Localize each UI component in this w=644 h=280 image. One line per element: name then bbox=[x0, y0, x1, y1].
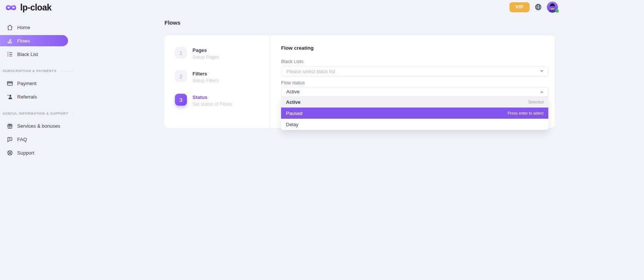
option-active[interactable]: Active Selected bbox=[281, 96, 548, 108]
step-number-badge: 1 bbox=[175, 47, 187, 59]
sidebar-item-services-bonuses[interactable]: Services & bonuses bbox=[0, 120, 78, 131]
brand-name: lp-cloak bbox=[20, 3, 52, 13]
flow-status-value: Active bbox=[286, 89, 299, 94]
black-lists-input[interactable] bbox=[286, 69, 537, 74]
option-label: Delay bbox=[286, 122, 298, 127]
option-hint: Press enter to select bbox=[508, 111, 543, 115]
step-filters[interactable]: 2 Filters Setup Filters bbox=[175, 70, 219, 83]
black-list-icon bbox=[7, 51, 13, 57]
step-title: Filters bbox=[192, 71, 219, 76]
sidebar-item-black-list[interactable]: Black List bbox=[0, 49, 78, 60]
referrals-icon bbox=[7, 94, 13, 100]
sidebar-item-label: Services & bonuses bbox=[17, 123, 60, 129]
sidebar-item-label: Home bbox=[17, 25, 30, 30]
app-window: lp-cloak VIP bbox=[0, 0, 644, 280]
step-subtitle: Setup Filters bbox=[192, 78, 219, 83]
step-title: Status bbox=[192, 95, 232, 100]
step-number-badge: 2 bbox=[175, 70, 187, 82]
sidebar: Home Flows Black List bbox=[0, 22, 78, 161]
online-status-dot bbox=[555, 9, 559, 13]
brand-logo[interactable]: lp-cloak bbox=[5, 3, 52, 13]
option-hint: Selected bbox=[528, 100, 543, 104]
option-label: Paused bbox=[286, 111, 302, 116]
sidebar-item-support[interactable]: Support bbox=[0, 147, 78, 158]
option-delay[interactable]: Delay bbox=[281, 119, 548, 130]
card-divider bbox=[269, 35, 270, 128]
gift-icon bbox=[7, 123, 13, 129]
black-lists-select[interactable] bbox=[281, 66, 548, 77]
sidebar-item-home[interactable]: Home bbox=[0, 22, 78, 33]
svg-text:?!: ?! bbox=[9, 137, 11, 140]
vip-button[interactable]: VIP bbox=[509, 2, 530, 12]
sidebar-item-label: Black List bbox=[17, 52, 38, 57]
sidebar-item-referrals[interactable]: Referrals bbox=[0, 91, 78, 102]
home-icon bbox=[7, 24, 13, 31]
flow-status-label: Flow status bbox=[281, 80, 548, 85]
flow-creating-card: 1 Pages Setup Pages 2 Filters Setup Filt… bbox=[164, 35, 555, 128]
step-title: Pages bbox=[192, 48, 219, 53]
sidebar-item-label: Referrals bbox=[17, 94, 37, 100]
sidebar-item-label: Flows bbox=[17, 38, 30, 44]
chevron-down-icon bbox=[540, 70, 543, 72]
topbar-actions: VIP bbox=[509, 1, 558, 13]
flow-creating-form: Flow creating Black Lists Flow status Ac… bbox=[281, 35, 548, 130]
sidebar-item-label: Payment bbox=[17, 81, 36, 86]
sidebar-item-label: Support bbox=[17, 150, 34, 156]
support-icon bbox=[7, 150, 13, 156]
page-title: Flows bbox=[164, 19, 181, 26]
step-subtitle: Setup Pages bbox=[192, 55, 219, 60]
step-status[interactable]: 3 Status Set status of Flows bbox=[175, 94, 232, 107]
option-paused[interactable]: Paused Press enter to select bbox=[281, 108, 548, 119]
step-subtitle: Set status of Flows bbox=[192, 102, 232, 107]
sidebar-section-header: USEFUL INFORMATION & SUPPORT bbox=[0, 112, 78, 115]
step-number-badge: 3 bbox=[175, 94, 187, 106]
faq-icon: ?! bbox=[7, 136, 13, 143]
sidebar-item-flows[interactable]: Flows bbox=[0, 35, 68, 46]
user-avatar[interactable] bbox=[547, 1, 558, 13]
flow-status-options: Active Selected Paused Press enter to se… bbox=[281, 96, 548, 130]
flow-status-select[interactable]: Active bbox=[281, 87, 548, 96]
sidebar-item-faq[interactable]: ?! FAQ bbox=[0, 134, 78, 145]
globe-icon[interactable] bbox=[534, 3, 542, 11]
mask-icon bbox=[5, 3, 17, 12]
chevron-up-icon bbox=[540, 91, 543, 93]
payment-icon bbox=[7, 80, 13, 87]
form-title: Flow creating bbox=[281, 45, 548, 51]
sidebar-item-label: FAQ bbox=[17, 137, 27, 142]
step-pages[interactable]: 1 Pages Setup Pages bbox=[175, 47, 219, 60]
flows-icon bbox=[7, 38, 13, 44]
sidebar-item-payment[interactable]: Payment bbox=[0, 78, 78, 89]
option-label: Active bbox=[286, 99, 301, 105]
sidebar-section-header: SUBSCRIPTION & PAYMENTS bbox=[0, 69, 78, 73]
black-lists-label: Black Lists bbox=[281, 59, 548, 64]
